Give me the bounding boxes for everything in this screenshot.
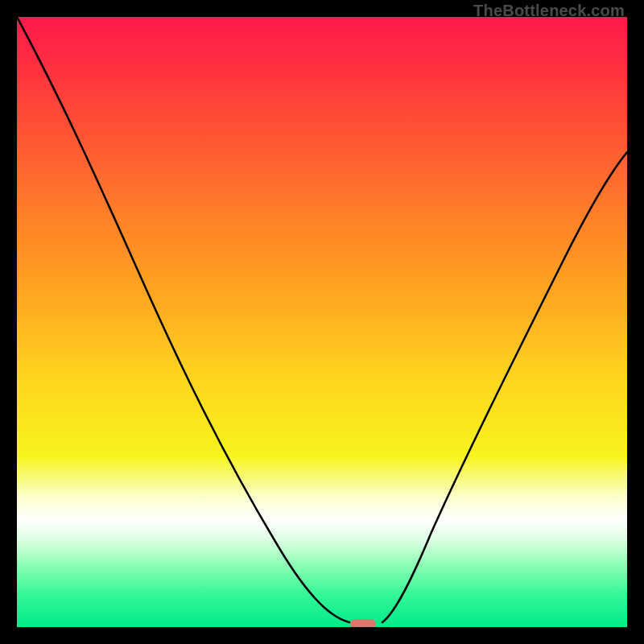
curve-left-branch xyxy=(17,17,349,622)
bottleneck-curve xyxy=(17,17,627,627)
chart-frame: TheBottleneck.com xyxy=(0,0,644,644)
attribution-text: TheBottleneck.com xyxy=(473,2,625,20)
curve-right-branch xyxy=(382,152,627,622)
minimum-marker xyxy=(350,619,376,627)
plot-area xyxy=(17,17,627,627)
